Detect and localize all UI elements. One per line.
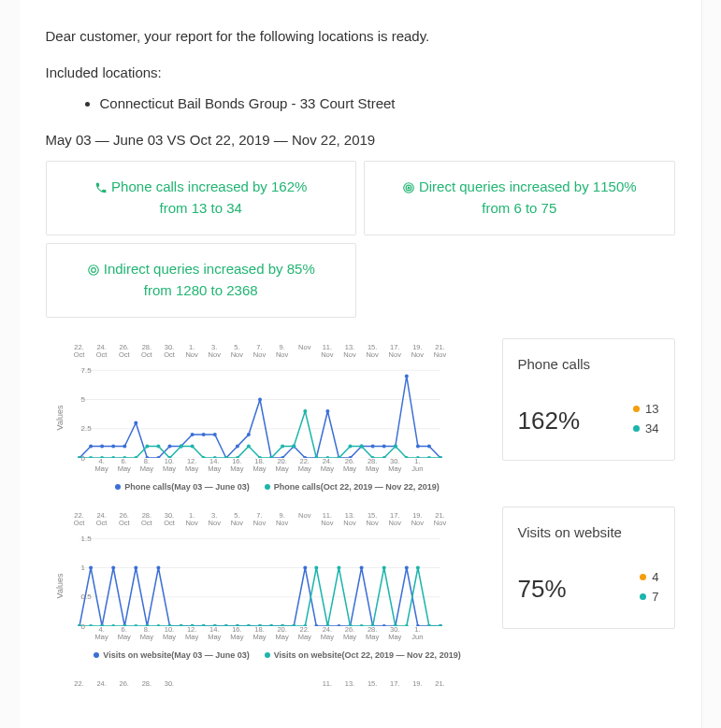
xtick-bottom: 24.May: [321, 626, 334, 642]
svg-point-25: [258, 397, 262, 401]
xtick-top: 15.: [368, 680, 377, 689]
xtick-top: 26.Oct: [119, 512, 130, 528]
xtick-top: 21.Nov: [434, 344, 446, 360]
svg-point-36: [382, 444, 385, 448]
legend-dot: [640, 593, 646, 600]
xtick-top: 9.Nov: [276, 512, 288, 528]
svg-point-80: [89, 565, 93, 569]
xtick-bottom: 1.Jun: [411, 458, 423, 474]
legend-dot: [640, 574, 646, 580]
chart-legend: Visits on website(May 03 — June 03)Visit…: [70, 650, 485, 660]
xtick-bottom: 14.May: [208, 626, 221, 642]
target-icon: [402, 178, 415, 199]
svg-point-61: [292, 444, 296, 448]
svg-point-38: [404, 374, 408, 378]
xtick-top: 28.Oct: [141, 344, 152, 360]
xtick-bottom: 28.May: [366, 458, 379, 474]
xtick-bottom: 12.May: [185, 458, 198, 474]
xtick-top: 26.: [120, 680, 129, 689]
charts-container: 22.Oct24.Oct26.Oct28.Oct30.Oct1.Nov3.Nov…: [46, 338, 675, 707]
card-line1: Direct queries increased by 1150%: [419, 178, 637, 194]
legend-label: Visits on website(May 03 — June 03): [103, 650, 249, 660]
xtick-top: 1.Nov: [185, 344, 197, 360]
xtick-top: 24.Oct: [96, 344, 108, 360]
xtick-bottom: 20.May: [276, 626, 289, 642]
xtick-top: 26.Oct: [119, 344, 130, 360]
chart-legend: Phone calls(May 03 — June 03)Phone calls…: [70, 482, 485, 492]
chart-svg: [70, 364, 444, 458]
xtick-top: 30.Oct: [164, 344, 175, 360]
card-line1: Phone calls increased by 162%: [111, 178, 307, 194]
svg-point-14: [134, 421, 137, 424]
svg-point-31: [325, 409, 329, 413]
xtick-top: 13.Nov: [343, 512, 355, 528]
svg-point-19: [190, 433, 194, 436]
svg-point-12: [111, 444, 115, 448]
xtick-top: Nov: [298, 512, 310, 521]
xtick-bottom: 16.May: [230, 626, 243, 642]
xtick-bottom: 6.May: [118, 458, 131, 474]
svg-point-67: [359, 444, 363, 448]
top-ticks: 22.24.26.28.30.11.13.15.17.19.21.: [70, 680, 675, 699]
legend-value: 4: [652, 570, 658, 584]
svg-point-66: [348, 444, 352, 448]
svg-point-52: [190, 444, 194, 448]
xtick-bottom: 30.May: [388, 458, 401, 474]
metric-percent: 162%: [518, 407, 581, 435]
chart-section: 22.Oct24.Oct26.Oct28.Oct30.Oct1.Nov3.Nov…: [46, 507, 675, 665]
xtick-top: 28.: [142, 680, 151, 689]
xtick-top: 24.: [96, 680, 106, 689]
svg-point-48: [145, 444, 149, 448]
xtick-bottom: 20.May: [276, 458, 289, 474]
top-ticks: 22.Oct24.Oct26.Oct28.Oct30.Oct1.Nov3.Nov…: [70, 344, 485, 363]
card-line2: from 13 to 34: [160, 200, 242, 216]
xtick-bottom: 26.May: [343, 626, 356, 642]
bottom-ticks: 4.May6.May8.May10.May12.May14.May16.May1…: [70, 626, 485, 645]
xtick-top: 30.: [165, 680, 174, 689]
xtick-bottom: 18.May: [252, 626, 266, 642]
ytick: 2.5: [81, 424, 92, 433]
xtick-top: 28.Oct: [141, 512, 152, 528]
y-axis-label: Values: [55, 405, 65, 430]
phone-icon: [94, 178, 108, 199]
svg-point-10: [89, 444, 93, 448]
xtick-top: Nov: [298, 344, 310, 352]
xtick-bottom: 1.Jun: [411, 626, 423, 642]
location-item: Connecticut Bail Bonds Group - 33 Court …: [100, 95, 675, 111]
xtick-bottom: 18.May: [252, 458, 266, 474]
top-ticks: 22.Oct24.Oct26.Oct28.Oct30.Oct1.Nov3.Nov…: [70, 512, 485, 531]
card-line1: Indirect queries increased by 85%: [104, 261, 315, 277]
metric-box: Phone calls162%1334: [502, 338, 675, 461]
xtick-top: 15.Nov: [366, 344, 378, 360]
xtick-top: 17.Nov: [389, 344, 401, 360]
xtick-bottom: 10.May: [163, 458, 176, 474]
xtick-top: 21.Nov: [434, 512, 446, 528]
svg-point-86: [156, 565, 160, 569]
xtick-top: 13.: [345, 680, 354, 689]
xtick-top: 19.Nov: [411, 512, 424, 528]
chart-section: 22.24.26.28.30.11.13.15.17.19.21.: [46, 675, 675, 707]
chart-column: 22.Oct24.Oct26.Oct28.Oct30.Oct1.Nov3.Nov…: [46, 338, 485, 497]
ytick: 7.5: [81, 365, 92, 374]
svg-point-35: [370, 444, 374, 448]
legend-label: Phone calls(Oct 22, 2019 — Nov 22, 2019): [274, 482, 440, 492]
xtick-top: 19.Nov: [411, 344, 424, 360]
xtick-top: 13.Nov: [343, 344, 355, 360]
xtick-bottom: 22.May: [298, 458, 311, 474]
card-line2: from 6 to 75: [482, 200, 556, 216]
metric-title: Phone calls: [518, 356, 659, 372]
svg-point-70: [393, 444, 397, 448]
legend-value: 13: [645, 402, 658, 416]
xtick-bottom: 6.May: [118, 626, 131, 642]
summary-cards: Phone calls increased by 162%from 13 to …: [46, 161, 675, 318]
xtick-top: 17.: [390, 680, 399, 689]
svg-point-2: [408, 187, 410, 189]
xtick-bottom: 8.May: [140, 626, 153, 642]
intro-text: Dear customer, your report for the follo…: [46, 28, 675, 44]
legend-value: 7: [652, 590, 658, 604]
legend-label: Visits on website(Oct 22, 2019 — Nov 22,…: [274, 650, 461, 660]
svg-point-82: [111, 565, 115, 569]
metric-title: Visits on website: [518, 524, 659, 540]
xtick-top: 9.Nov: [276, 344, 288, 360]
xtick-top: 7.Nov: [253, 512, 266, 528]
